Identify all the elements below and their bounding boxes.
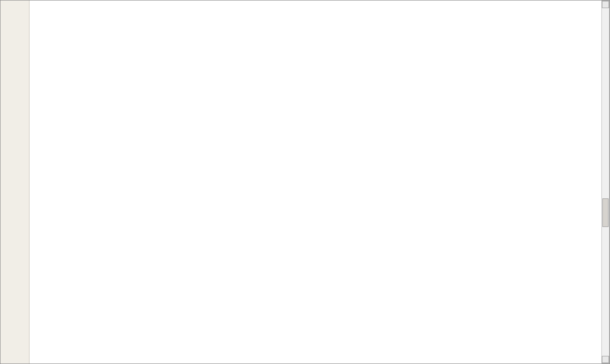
line-numbers bbox=[0, 0, 20, 364]
scroll-track[interactable] bbox=[602, 8, 609, 356]
vertical-scrollbar[interactable] bbox=[601, 0, 610, 364]
scroll-down-button[interactable] bbox=[602, 356, 609, 363]
gutter bbox=[0, 0, 30, 364]
fold-column bbox=[20, 0, 29, 364]
scroll-thumb[interactable] bbox=[602, 198, 609, 227]
code-area[interactable] bbox=[30, 0, 610, 364]
editor-frame bbox=[0, 0, 610, 364]
scroll-up-button[interactable] bbox=[602, 1, 609, 8]
